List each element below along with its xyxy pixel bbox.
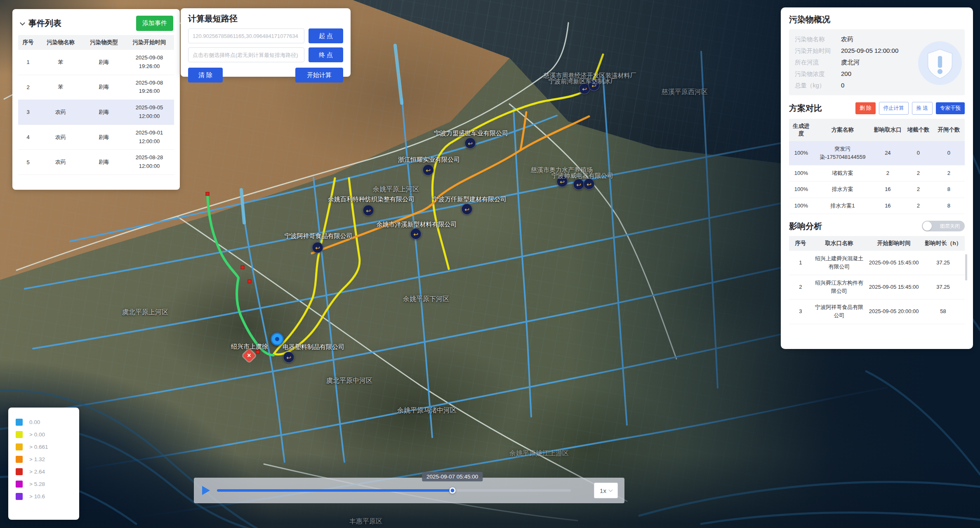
苯[interactable]: 2 苯 剧毒 2025-09-08 19:26:00	[18, 75, 174, 100]
impact-table: 序号 取水口名称 开始影响时间 影响时长（h） 1 绍兴上建舜兴混凝土有限公司 …	[789, 236, 965, 324]
expert-intervention-button[interactable]: 专家干预	[936, 102, 965, 114]
map-label: 慈溪平原西河区	[662, 88, 708, 97]
排水方案[interactable]: 100% 排水方案 16 2 8	[789, 182, 965, 198]
path-panel-title: 计算最短路径	[188, 13, 343, 24]
map-label: 电器塑料制品有限公司	[283, 343, 344, 351]
intake-station-icon[interactable]	[423, 165, 434, 176]
plan-compare-table: 生成进度 方案名称 影响取水口 堵截个数 开闸个数 100% 突发污染-1757…	[789, 119, 965, 214]
intake-station-icon[interactable]	[573, 179, 584, 190]
legend-item: > 5.28	[16, 481, 72, 488]
排水方案1[interactable]: 100% 排水方案1 16 2 8	[789, 198, 965, 214]
column-header: 堵截个数	[904, 119, 933, 141]
speed-value: 1x	[600, 487, 606, 494]
绍兴舜江东方构件有限公司[interactable]: 2 绍兴舜江东方构件有限公司 2025-09-05 15:45:00 37.25	[789, 275, 965, 299]
timeline-slider[interactable]: 2025-09-07 05:45:00	[217, 489, 571, 492]
pollutant-overview-title: 污染物概况	[789, 14, 965, 25]
宁波阿祥哥食品有限公司[interactable]: 3 宁波阿祥哥食品有限公司 2025-09-05 20:00:00 58	[789, 299, 965, 324]
intake-station-icon[interactable]	[410, 229, 422, 240]
column-header: 影响时长（h）	[921, 236, 965, 251]
column-header: 污染开始时间	[125, 35, 174, 50]
legend-color-swatch	[16, 493, 23, 500]
column-header: 生成进度	[789, 119, 813, 141]
农药[interactable]: 3 农药 剧毒 2025-09-05 12:00:00	[18, 100, 174, 125]
pollutant-name-value: 农药	[841, 35, 853, 42]
column-header: 开始影响时间	[866, 236, 921, 251]
map-label: 浙江恒耀实业有限公司	[398, 156, 460, 164]
concentration-value: 200	[841, 70, 851, 77]
legend-item: > 2.64	[16, 468, 72, 475]
gate-marker-icon[interactable]	[248, 280, 252, 283]
collapse-chevron-icon[interactable]	[20, 20, 25, 26]
start-calc-button[interactable]: 开始计算	[295, 68, 343, 82]
push-button[interactable]: 推 送	[912, 102, 933, 115]
column-header: 污染物名称	[38, 35, 83, 50]
legend-item: > 10.6	[16, 493, 72, 500]
gate-marker-icon[interactable]	[256, 350, 260, 354]
intake-station-icon[interactable]	[312, 242, 323, 253]
intake-station-icon[interactable]	[363, 205, 374, 216]
impact-analysis-title: 影响分析	[789, 221, 822, 232]
map-label: 余姚市泮溪新型材料有限公司	[377, 221, 457, 229]
map-label: 宁波阿祥哥食品有限公司	[285, 232, 353, 240]
绍兴上建舜兴混凝土有限公司[interactable]: 1 绍兴上建舜兴混凝土有限公司 2025-09-05 15:45:00 37.2…	[789, 251, 965, 275]
chevron-down-icon	[608, 488, 612, 492]
alert-shield-icon	[917, 40, 963, 86]
add-event-button[interactable]: 添加事件	[136, 16, 173, 31]
map-label: 宁波前湾新区军达制冰厂	[549, 78, 617, 85]
map-label: 余姚平原上河区	[373, 185, 419, 194]
table-scrollbar[interactable]	[965, 254, 967, 280]
shortest-path-panel: 计算最短路径 起 点 终 点 清 除 开始计算	[181, 8, 351, 77]
突发污染-1757048144559[interactable]: 100% 突发污染-1757048144559 24 0 0	[789, 141, 965, 165]
intake-station-icon[interactable]	[462, 204, 473, 215]
timeline-playbar: 2025-09-07 05:45:00 1x	[194, 478, 624, 503]
concentration-legend: 0.00 > 0.00 > 0.661 > 1.32 > 2.64 > 5.28…	[8, 408, 79, 520]
column-header: 开闸个数	[933, 119, 965, 141]
map-label: 虞北平原中河区	[326, 377, 372, 385]
农药[interactable]: 4 农药 剧毒 2025-09-01 12:00:00	[18, 125, 174, 150]
speed-select[interactable]: 1x	[594, 483, 618, 498]
event-table: 序号 污染物名称 污染物类型 污染开始时间 1 苯 剧毒 2025-09-08 …	[18, 35, 174, 175]
timeline-handle[interactable]	[449, 488, 455, 494]
start-point-input[interactable]	[188, 28, 304, 43]
pick-start-button[interactable]: 起 点	[309, 28, 343, 43]
map-label: 宁波力盟盛世车业有限公司	[434, 130, 508, 137]
play-icon[interactable]	[202, 486, 210, 495]
map-label: 宁波万仟新型建材有限公司	[432, 196, 506, 203]
legend-color-swatch	[16, 431, 23, 438]
intake-station-icon[interactable]	[584, 179, 595, 190]
legend-color-swatch	[16, 419, 23, 426]
plan-compare-title: 方案对比	[789, 103, 822, 114]
map-label: 丰惠平原区	[349, 517, 382, 526]
end-point-input[interactable]	[188, 47, 304, 62]
legend-item: > 0.661	[16, 443, 72, 450]
legend-color-swatch	[16, 468, 23, 475]
column-header: 序号	[18, 35, 38, 50]
map-label: 余姚平原马渚中河区	[397, 406, 457, 415]
pollutant-info-block: 污染物名称农药 污染开始时间2025-09-05 12:00:00 所在河流虞北…	[789, 29, 965, 95]
legend-color-swatch	[16, 481, 23, 488]
delete-plan-button[interactable]: 删 除	[855, 102, 875, 114]
legend-color-swatch	[16, 456, 23, 463]
column-header: 影响取水口	[872, 119, 904, 141]
gate-marker-icon[interactable]	[241, 266, 245, 269]
event-list-panel: 事件列表 添加事件 序号 污染物名称 污染物类型 污染开始时间 1 苯 剧毒 2…	[12, 9, 180, 190]
苯[interactable]: 1 苯 剧毒 2025-09-08 19:26:00	[18, 50, 174, 75]
pollution-alert-icon[interactable]	[243, 349, 255, 362]
pick-end-button[interactable]: 终 点	[309, 47, 343, 62]
农药[interactable]: 5 农药 剧毒 2025-08-28 12:00:00	[18, 150, 174, 175]
column-header: 序号	[789, 236, 812, 251]
clear-button[interactable]: 清 除	[188, 68, 223, 82]
intake-station-icon[interactable]	[465, 138, 476, 149]
event-location-pin-icon[interactable]	[271, 332, 284, 346]
pollution-start-time-value: 2025-09-05 12:00:00	[841, 47, 898, 54]
layer-toggle[interactable]: 图层关闭	[922, 221, 965, 231]
total-kg-value: 0	[841, 82, 844, 89]
column-header: 污染物类型	[83, 35, 125, 50]
stop-calc-button[interactable]: 停止计算	[879, 102, 909, 115]
堵截方案[interactable]: 100% 堵截方案 2 2 2	[789, 165, 965, 182]
legend-item: 0.00	[16, 419, 72, 426]
gate-marker-icon[interactable]	[206, 192, 210, 196]
event-list-title: 事件列表	[28, 18, 61, 29]
intake-station-icon[interactable]	[283, 352, 294, 363]
column-header: 取水口名称	[812, 236, 867, 251]
